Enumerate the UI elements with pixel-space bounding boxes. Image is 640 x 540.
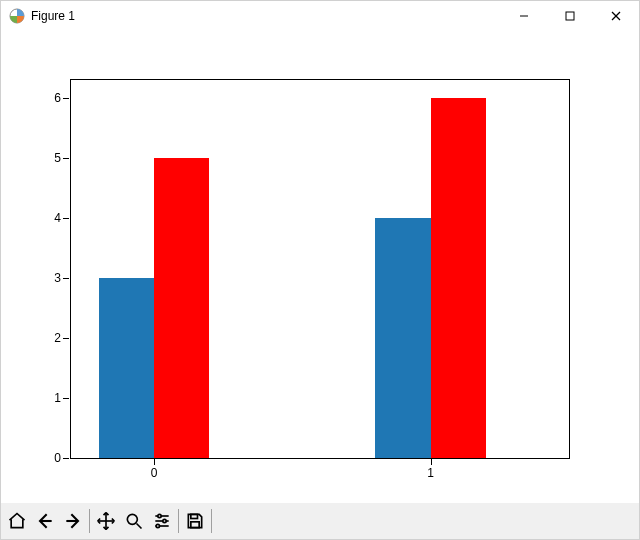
y-tick-label: 5 [54, 151, 61, 165]
maximize-button[interactable] [547, 1, 593, 31]
close-button[interactable] [593, 1, 639, 31]
zoom-button[interactable] [120, 507, 148, 535]
svg-rect-17 [191, 514, 198, 518]
save-icon [185, 511, 205, 531]
y-tick [63, 458, 69, 459]
toolbar-separator [178, 509, 179, 533]
bar-series-a [99, 278, 154, 458]
svg-point-12 [158, 514, 161, 517]
pan-icon [96, 511, 116, 531]
zoom-icon [124, 511, 144, 531]
bar-series-a [375, 218, 430, 458]
minimize-button[interactable] [501, 1, 547, 31]
y-tick [63, 278, 69, 279]
y-tick [63, 98, 69, 99]
plot-area: 012345601 [1, 31, 639, 503]
toolbar-separator [211, 509, 212, 533]
window-title: Figure 1 [31, 9, 75, 23]
configure-icon [152, 511, 172, 531]
home-icon [7, 511, 27, 531]
app-icon [9, 8, 25, 24]
matplotlib-toolbar [1, 503, 639, 539]
svg-rect-18 [191, 522, 199, 528]
chart-axes: 012345601 [70, 79, 570, 459]
home-button[interactable] [3, 507, 31, 535]
figure-window: Figure 1 012345601 [0, 0, 640, 540]
svg-point-16 [156, 524, 159, 527]
x-tick-label: 0 [151, 466, 158, 480]
y-tick [63, 398, 69, 399]
svg-point-9 [127, 514, 137, 524]
y-tick-label: 4 [54, 211, 61, 225]
y-tick [63, 218, 69, 219]
x-tick [154, 459, 155, 465]
x-tick [431, 459, 432, 465]
y-tick-label: 0 [54, 451, 61, 465]
back-button[interactable] [31, 507, 59, 535]
y-tick [63, 158, 69, 159]
y-tick-label: 1 [54, 391, 61, 405]
forward-icon [63, 511, 83, 531]
toolbar-separator [89, 509, 90, 533]
bar-series-b [431, 98, 486, 458]
svg-line-10 [137, 524, 142, 529]
titlebar: Figure 1 [1, 1, 639, 31]
y-tick-label: 2 [54, 331, 61, 345]
svg-point-14 [163, 519, 166, 522]
y-tick-label: 6 [54, 91, 61, 105]
pan-button[interactable] [92, 507, 120, 535]
bar-series-b [154, 158, 209, 458]
save-button[interactable] [181, 507, 209, 535]
x-tick-label: 1 [427, 466, 434, 480]
configure-button[interactable] [148, 507, 176, 535]
svg-rect-2 [566, 12, 574, 20]
back-icon [35, 511, 55, 531]
y-tick [63, 338, 69, 339]
forward-button[interactable] [59, 507, 87, 535]
y-tick-label: 3 [54, 271, 61, 285]
